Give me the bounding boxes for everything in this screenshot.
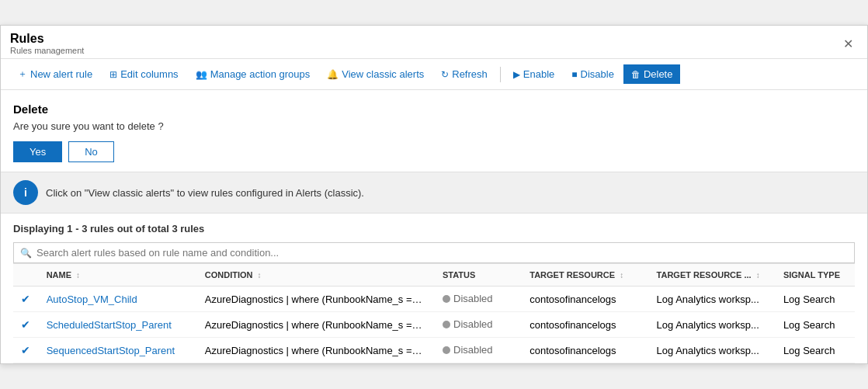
row-name-1: ScheduledStartStop_Parent [39,312,197,338]
row-target-type-2: Log Analytics worksp... [649,338,776,363]
yes-button[interactable]: Yes [13,141,62,162]
rule-name-link-2[interactable]: SequencedStartStop_Parent [47,345,175,356]
play-icon: ▶ [513,69,520,80]
row-status-2: Disabled [435,338,522,363]
row-target-0: contosofinancelogs [522,287,648,312]
row-status-1: Disabled [435,312,522,338]
trash-icon: 🗑 [631,69,641,80]
manage-action-groups-button[interactable]: 👥 Manage action groups [188,64,318,84]
status-badge-2: Disabled [443,344,493,356]
no-button[interactable]: No [68,141,114,162]
people-icon: 👥 [196,69,207,80]
disable-button[interactable]: ■ Disable [564,64,622,84]
status-dot-1 [443,321,450,328]
col-header-signal-type: SIGNAL TYPE [776,264,855,287]
toolbar-separator [500,67,501,82]
sort-target-type-icon[interactable]: ↕ [756,271,760,280]
row-status-0: Disabled [435,287,522,312]
table-row: ✔ ScheduledStartStop_Parent AzureDiagnos… [13,312,855,338]
col-header-target-resource: TARGET RESOURCE ↕ [522,264,648,287]
status-dot-2 [443,346,450,354]
row-target-type-0: Log Analytics worksp... [649,287,776,312]
row-condition-2: AzureDiagnostics | where (RunbookName_s … [197,338,435,363]
table-row: ✔ AutoStop_VM_Child AzureDiagnostics | w… [13,287,855,312]
edit-columns-button[interactable]: ⊞ Edit columns [102,64,186,84]
col-header-condition: CONDITION ↕ [197,264,435,287]
table-row: ✔ SequencedStartStop_Parent AzureDiagnos… [13,338,855,363]
search-container: 🔍 [13,242,855,263]
row-signal-type-2: Log Search [776,338,855,363]
delete-confirm-text: Are you sure you want to delete ? [13,120,855,132]
info-banner-text: Click on "View classic alerts" to view r… [46,187,364,199]
refresh-icon: ↻ [441,69,449,80]
row-target-2: contosofinancelogs [522,338,648,363]
rules-table: NAME ↕ CONDITION ↕ STATUS TARGET RESOURC… [13,263,855,363]
info-icon: i [13,180,38,205]
new-alert-rule-button[interactable]: ＋ New alert rule [10,64,100,85]
row-name-0: AutoStop_VM_Child [39,287,197,312]
search-input[interactable] [36,247,848,259]
window-title: Rules [10,32,84,46]
sort-target-icon[interactable]: ↕ [620,271,623,280]
enable-button[interactable]: ▶ Enable [505,64,562,84]
toolbar: ＋ New alert rule ⊞ Edit columns 👥 Manage… [1,59,867,90]
display-count: Displaying 1 - 3 rules out of total 3 ru… [13,223,855,234]
row-target-type-1: Log Analytics worksp... [649,312,776,338]
title-bar-left: Rules Rules management [10,32,84,55]
columns-icon: ⊞ [109,69,117,80]
row-condition-1: AzureDiagnostics | where (RunbookName_s … [197,312,435,338]
delete-dialog-title: Delete [13,102,855,116]
search-icon: 🔍 [20,248,32,259]
row-condition-0: AzureDiagnostics | where (RunbookName_s … [197,287,435,312]
refresh-button[interactable]: ↻ Refresh [433,64,495,84]
check-icon-0: ✔ [21,293,30,305]
rule-name-link-1[interactable]: ScheduledStartStop_Parent [47,319,172,331]
title-bar: Rules Rules management ✕ [1,26,867,59]
main-window: Rules Rules management ✕ ＋ New alert rul… [0,25,868,364]
check-icon-2: ✔ [21,344,30,356]
row-target-1: contosofinancelogs [522,312,648,338]
col-header-checkbox [13,264,39,287]
status-badge-0: Disabled [443,293,493,304]
check-icon-1: ✔ [21,318,30,331]
col-header-target-resource-type: TARGET RESOURCE ... ↕ [649,264,776,287]
delete-dialog: Delete Are you sure you want to delete ?… [1,90,867,172]
info-banner: i Click on "View classic alerts" to view… [1,172,867,214]
delete-button[interactable]: 🗑 Delete [623,64,681,84]
col-header-status: STATUS [435,264,522,287]
status-badge-1: Disabled [443,318,493,330]
sort-condition-icon[interactable]: ↕ [258,271,262,280]
row-checkbox-0[interactable]: ✔ [13,287,39,312]
bell-icon: 🔔 [327,69,339,80]
sort-name-icon[interactable]: ↕ [76,271,80,280]
delete-dialog-buttons: Yes No [13,141,855,162]
table-header-row: NAME ↕ CONDITION ↕ STATUS TARGET RESOURC… [13,264,855,287]
row-checkbox-2[interactable]: ✔ [13,338,39,363]
close-button[interactable]: ✕ [838,35,858,53]
row-name-2: SequencedStartStop_Parent [39,338,197,363]
status-dot-0 [443,295,450,303]
view-classic-alerts-button[interactable]: 🔔 View classic alerts [319,64,432,84]
window-subtitle: Rules management [10,46,84,55]
row-signal-type-1: Log Search [776,312,855,338]
col-header-name: NAME ↕ [39,264,197,287]
stop-icon: ■ [571,69,577,80]
row-signal-type-0: Log Search [776,287,855,312]
row-checkbox-1[interactable]: ✔ [13,312,39,338]
content-area: Displaying 1 - 3 rules out of total 3 ru… [1,214,867,363]
rule-name-link-0[interactable]: AutoStop_VM_Child [47,293,137,305]
plus-icon: ＋ [18,68,27,81]
